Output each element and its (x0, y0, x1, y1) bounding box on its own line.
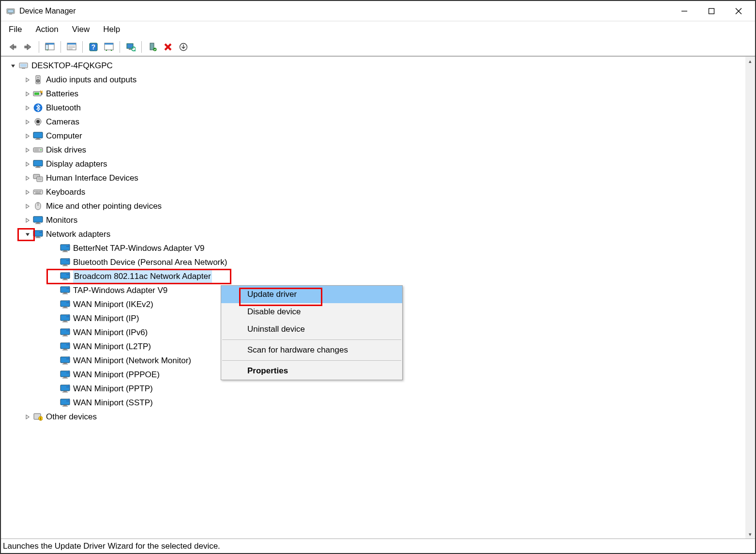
tree-category[interactable]: Human Interface Devices (2, 171, 744, 185)
uninstall-device-button[interactable] (161, 40, 175, 54)
tree-category[interactable]: Batteries (2, 87, 744, 101)
svg-rect-94 (63, 349, 67, 350)
chevron-down-icon[interactable] (23, 230, 32, 239)
netadapter-icon (60, 285, 70, 295)
svg-rect-77 (62, 265, 68, 266)
expander-placeholder (50, 314, 59, 323)
back-button[interactable] (6, 40, 19, 54)
tree-category[interactable]: Cameras (2, 115, 744, 129)
tree-category[interactable]: Bluetooth (2, 101, 744, 115)
svg-rect-22 (129, 48, 131, 50)
netadapter-icon (60, 299, 70, 309)
svg-rect-1 (8, 10, 14, 13)
tree-category[interactable]: Mice and other pointing devices (2, 199, 744, 213)
tree-item-label: WAN Miniport (L2TP) (73, 339, 151, 354)
netadapter-icon (60, 257, 70, 267)
svg-rect-4 (709, 8, 714, 14)
svg-point-47 (40, 149, 41, 150)
svg-rect-76 (63, 264, 67, 265)
tree-item-label: TAP-Windows Adapter V9 (73, 283, 167, 297)
show-hide-console-tree-button[interactable] (43, 40, 57, 54)
tree-category[interactable]: Display adapters (2, 157, 744, 171)
toolbar-separator (120, 41, 120, 53)
chevron-right-icon[interactable] (23, 132, 32, 140)
tree-category[interactable]: Keyboards (2, 185, 744, 199)
titlebar: Device Manager (1, 1, 755, 21)
chevron-right-icon[interactable] (23, 413, 32, 421)
chevron-right-icon[interactable] (23, 146, 32, 154)
context-menu-item[interactable]: Update driver (221, 286, 402, 303)
menu-action[interactable]: Action (35, 25, 58, 34)
minimize-button[interactable] (671, 2, 698, 20)
svg-rect-44 (36, 138, 40, 139)
context-menu-item[interactable]: Scan for hardware changes (221, 341, 402, 359)
help-button[interactable]: ? (87, 40, 100, 54)
properties-button[interactable] (65, 40, 78, 54)
vertical-scrollbar[interactable]: ▴ ▾ (745, 57, 755, 539)
tree-category[interactable]: !Other devices (2, 410, 744, 424)
chevron-right-icon[interactable] (23, 104, 32, 112)
tree-category[interactable]: Network adapters (2, 227, 744, 241)
context-menu-item[interactable]: Disable device (221, 303, 402, 321)
bluetooth-icon (33, 103, 43, 113)
svg-rect-98 (62, 364, 68, 365)
expander-placeholder (50, 399, 59, 407)
scroll-up-icon[interactable]: ▴ (746, 57, 755, 65)
tree-root[interactable]: DESKTOP-4FQKGPC (2, 59, 744, 73)
scan-hardware-button[interactable] (102, 40, 116, 54)
expander-placeholder (50, 356, 59, 365)
netadapter-icon (60, 313, 70, 323)
tree-category[interactable]: Monitors (2, 213, 744, 227)
expander-placeholder (50, 328, 59, 337)
svg-rect-71 (35, 237, 41, 238)
app-icon (6, 6, 15, 16)
enable-device-button[interactable] (146, 40, 159, 54)
menu-view[interactable]: View (72, 25, 90, 34)
chevron-right-icon[interactable] (23, 174, 32, 183)
tree-category[interactable]: Disk drives (2, 143, 744, 157)
svg-rect-63 (35, 193, 41, 194)
svg-rect-52 (35, 167, 41, 168)
toolbar-separator (141, 41, 142, 53)
monitor-icon (33, 215, 43, 225)
menu-help[interactable]: Help (103, 25, 120, 34)
tree-device[interactable]: WAN Miniport (SSTP) (2, 396, 744, 410)
svg-rect-103 (63, 391, 67, 392)
tree-item-label: WAN Miniport (PPTP) (73, 382, 153, 396)
tree-device[interactable]: BetterNet TAP-Windows Adapter V9 (2, 241, 744, 255)
svg-rect-13 (67, 43, 76, 45)
chevron-right-icon[interactable] (23, 188, 32, 197)
svg-rect-51 (36, 166, 40, 167)
chevron-right-icon[interactable] (23, 160, 32, 169)
maximize-button[interactable] (698, 2, 725, 20)
statusbar-text: Launches the Update Driver Wizard for th… (3, 541, 220, 551)
menu-file[interactable]: File (9, 25, 22, 34)
chevron-right-icon[interactable] (23, 90, 32, 98)
svg-rect-31 (20, 64, 27, 67)
update-circle-button[interactable] (177, 40, 190, 54)
keyboard-icon (33, 187, 43, 197)
statusbar: Launches the Update Driver Wizard for th… (1, 539, 755, 553)
close-button[interactable] (725, 2, 752, 20)
context-menu-item[interactable]: Uninstall device (221, 321, 402, 338)
tree-category[interactable]: Computer (2, 129, 744, 143)
tree-item-label: Cameras (46, 115, 79, 129)
chevron-down-icon[interactable] (9, 62, 17, 70)
tree-device[interactable]: Bluetooth Device (Personal Area Network) (2, 255, 744, 269)
scroll-down-icon[interactable]: ▾ (746, 530, 755, 539)
svg-rect-50 (33, 160, 43, 166)
tree-device[interactable]: Broadcom 802.11ac Network Adapter (2, 269, 744, 283)
update-driver-toolbar-button[interactable] (124, 40, 137, 54)
context-menu-item[interactable]: Properties (221, 362, 402, 380)
chevron-right-icon[interactable] (23, 118, 32, 126)
svg-point-35 (37, 77, 39, 78)
expander-placeholder (50, 370, 59, 379)
tree-category[interactable]: Audio inputs and outputs (2, 73, 744, 87)
chevron-right-icon[interactable] (23, 76, 32, 84)
svg-point-41 (36, 120, 40, 123)
forward-button[interactable] (21, 40, 35, 54)
tree-device[interactable]: WAN Miniport (PPTP) (2, 382, 744, 396)
svg-point-26 (153, 47, 157, 51)
chevron-right-icon[interactable] (23, 202, 32, 211)
chevron-right-icon[interactable] (23, 216, 32, 225)
